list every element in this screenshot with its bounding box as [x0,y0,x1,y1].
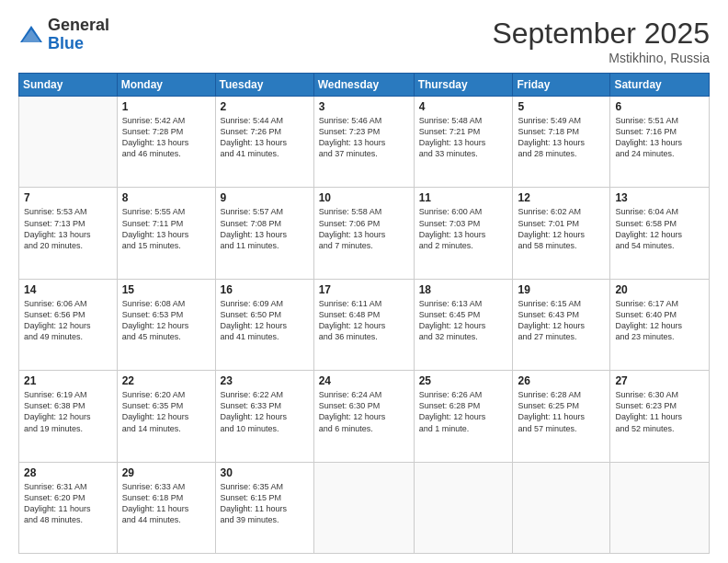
day-info: Sunrise: 6:28 AM Sunset: 6:25 PM Dayligh… [518,389,605,434]
day-info: Sunrise: 5:57 AM Sunset: 7:08 PM Dayligh… [221,206,309,251]
day-info: Sunrise: 5:42 AM Sunset: 7:28 PM Dayligh… [122,115,210,160]
calendar-cell: 14Sunrise: 6:06 AM Sunset: 6:56 PM Dayli… [19,279,118,370]
day-number: 22 [122,374,210,387]
month-title: September 2025 [492,17,710,51]
day-number: 16 [221,283,309,296]
header-friday: Friday [513,74,610,97]
calendar-cell: 29Sunrise: 6:33 AM Sunset: 6:18 PM Dayli… [117,462,215,553]
day-number: 1 [122,100,210,113]
day-number: 26 [518,374,605,387]
day-info: Sunrise: 5:51 AM Sunset: 7:16 PM Dayligh… [615,115,704,160]
day-info: Sunrise: 5:44 AM Sunset: 7:26 PM Dayligh… [221,115,309,160]
calendar-cell: 4Sunrise: 5:48 AM Sunset: 7:21 PM Daylig… [414,97,513,188]
day-number: 6 [615,100,704,113]
calendar-cell [19,97,118,188]
day-number: 10 [319,191,409,204]
day-info: Sunrise: 6:11 AM Sunset: 6:48 PM Dayligh… [319,298,409,343]
day-info: Sunrise: 6:15 AM Sunset: 6:43 PM Dayligh… [518,298,605,343]
header-wednesday: Wednesday [313,74,414,97]
calendar-cell: 2Sunrise: 5:44 AM Sunset: 7:26 PM Daylig… [215,97,313,188]
day-info: Sunrise: 5:49 AM Sunset: 7:18 PM Dayligh… [518,115,605,160]
page-header: General Blue September 2025 Mstikhino, R… [18,17,710,65]
day-number: 25 [419,374,508,387]
calendar-cell: 1Sunrise: 5:42 AM Sunset: 7:28 PM Daylig… [117,97,215,188]
day-number: 21 [24,374,112,387]
day-info: Sunrise: 6:08 AM Sunset: 6:53 PM Dayligh… [122,298,210,343]
header-saturday: Saturday [610,74,710,97]
day-info: Sunrise: 6:19 AM Sunset: 6:38 PM Dayligh… [24,389,112,434]
day-info: Sunrise: 6:04 AM Sunset: 6:58 PM Dayligh… [615,206,704,251]
weekday-header-row: Sunday Monday Tuesday Wednesday Thursday… [19,74,710,97]
header-tuesday: Tuesday [215,74,313,97]
day-number: 29 [122,466,210,479]
day-info: Sunrise: 6:02 AM Sunset: 7:01 PM Dayligh… [518,206,605,251]
day-info: Sunrise: 6:09 AM Sunset: 6:50 PM Dayligh… [221,298,309,343]
day-info: Sunrise: 6:30 AM Sunset: 6:23 PM Dayligh… [615,389,704,434]
calendar-cell: 26Sunrise: 6:28 AM Sunset: 6:25 PM Dayli… [513,371,610,462]
day-info: Sunrise: 5:53 AM Sunset: 7:13 PM Dayligh… [24,206,112,251]
calendar-cell: 27Sunrise: 6:30 AM Sunset: 6:23 PM Dayli… [610,371,710,462]
calendar-cell: 7Sunrise: 5:53 AM Sunset: 7:13 PM Daylig… [19,188,118,279]
calendar-cell: 11Sunrise: 6:00 AM Sunset: 7:03 PM Dayli… [414,188,513,279]
day-info: Sunrise: 5:55 AM Sunset: 7:11 PM Dayligh… [122,206,210,251]
day-number: 7 [24,191,112,204]
header-sunday: Sunday [19,74,118,97]
calendar-cell [414,462,513,553]
day-number: 5 [518,100,605,113]
logo: General Blue [18,17,109,53]
calendar-cell: 22Sunrise: 6:20 AM Sunset: 6:35 PM Dayli… [117,371,215,462]
calendar-cell: 16Sunrise: 6:09 AM Sunset: 6:50 PM Dayli… [215,279,313,370]
logo-icon [18,22,44,48]
day-number: 28 [24,466,112,479]
calendar-cell [313,462,414,553]
day-number: 23 [221,374,309,387]
day-info: Sunrise: 6:20 AM Sunset: 6:35 PM Dayligh… [122,389,210,434]
day-info: Sunrise: 6:17 AM Sunset: 6:40 PM Dayligh… [615,298,704,343]
calendar-cell: 25Sunrise: 6:26 AM Sunset: 6:28 PM Dayli… [414,371,513,462]
day-number: 2 [221,100,309,113]
day-info: Sunrise: 6:33 AM Sunset: 6:18 PM Dayligh… [122,481,210,526]
logo-general-text: General [48,17,109,35]
day-number: 19 [518,283,605,296]
calendar-cell [513,462,610,553]
location: Mstikhino, Russia [492,51,710,65]
calendar-cell: 24Sunrise: 6:24 AM Sunset: 6:30 PM Dayli… [313,371,414,462]
calendar-cell: 21Sunrise: 6:19 AM Sunset: 6:38 PM Dayli… [19,371,118,462]
day-info: Sunrise: 5:46 AM Sunset: 7:23 PM Dayligh… [319,115,409,160]
day-number: 18 [419,283,508,296]
day-info: Sunrise: 5:48 AM Sunset: 7:21 PM Dayligh… [419,115,508,160]
day-info: Sunrise: 6:13 AM Sunset: 6:45 PM Dayligh… [419,298,508,343]
calendar-cell: 3Sunrise: 5:46 AM Sunset: 7:23 PM Daylig… [313,97,414,188]
day-number: 17 [319,283,409,296]
calendar-cell: 19Sunrise: 6:15 AM Sunset: 6:43 PM Dayli… [513,279,610,370]
calendar-cell: 12Sunrise: 6:02 AM Sunset: 7:01 PM Dayli… [513,188,610,279]
calendar-cell: 28Sunrise: 6:31 AM Sunset: 6:20 PM Dayli… [19,462,118,553]
title-block: September 2025 Mstikhino, Russia [492,17,710,65]
day-number: 4 [419,100,508,113]
day-number: 30 [221,466,309,479]
day-info: Sunrise: 6:31 AM Sunset: 6:20 PM Dayligh… [24,481,112,526]
day-number: 13 [615,191,704,204]
calendar-cell: 8Sunrise: 5:55 AM Sunset: 7:11 PM Daylig… [117,188,215,279]
calendar-cell: 15Sunrise: 6:08 AM Sunset: 6:53 PM Dayli… [117,279,215,370]
day-info: Sunrise: 6:22 AM Sunset: 6:33 PM Dayligh… [221,389,309,434]
calendar-cell: 5Sunrise: 5:49 AM Sunset: 7:18 PM Daylig… [513,97,610,188]
calendar-cell: 17Sunrise: 6:11 AM Sunset: 6:48 PM Dayli… [313,279,414,370]
day-info: Sunrise: 6:26 AM Sunset: 6:28 PM Dayligh… [419,389,508,434]
calendar-cell: 30Sunrise: 6:35 AM Sunset: 6:15 PM Dayli… [215,462,313,553]
calendar-cell: 18Sunrise: 6:13 AM Sunset: 6:45 PM Dayli… [414,279,513,370]
day-number: 8 [122,191,210,204]
day-number: 11 [419,191,508,204]
day-number: 9 [221,191,309,204]
logo-blue-text: Blue [48,35,109,53]
day-number: 27 [615,374,704,387]
calendar-table: Sunday Monday Tuesday Wednesday Thursday… [18,73,710,554]
day-number: 3 [319,100,409,113]
header-monday: Monday [117,74,215,97]
day-number: 20 [615,283,704,296]
calendar-cell: 6Sunrise: 5:51 AM Sunset: 7:16 PM Daylig… [610,97,710,188]
day-number: 24 [319,374,409,387]
day-info: Sunrise: 6:35 AM Sunset: 6:15 PM Dayligh… [221,481,309,526]
calendar-cell: 23Sunrise: 6:22 AM Sunset: 6:33 PM Dayli… [215,371,313,462]
calendar-cell: 20Sunrise: 6:17 AM Sunset: 6:40 PM Dayli… [610,279,710,370]
